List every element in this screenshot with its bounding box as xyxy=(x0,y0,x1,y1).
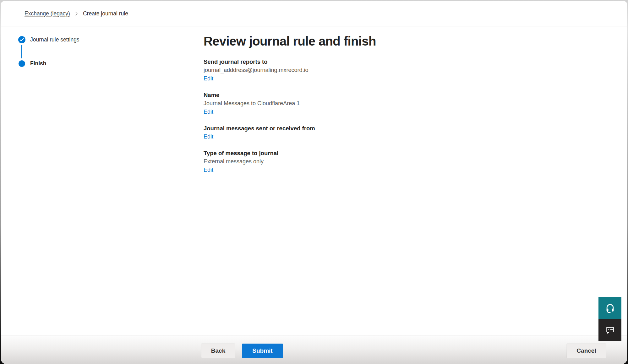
section-label: Type of message to journal xyxy=(204,149,614,157)
headset-icon xyxy=(605,303,615,313)
breadcrumb-current-page: Create journal rule xyxy=(83,10,128,17)
help-support-button[interactable] xyxy=(598,297,621,319)
floating-side-buttons xyxy=(598,297,621,341)
section-value: journal_adddress@journaling.mxrecord.io xyxy=(204,66,614,74)
submit-button[interactable]: Submit xyxy=(242,344,283,358)
create-journal-rule-window: Exchange (legacy) Create journal rule Jo… xyxy=(1,1,627,364)
breadcrumb: Exchange (legacy) Create journal rule xyxy=(1,1,627,26)
step-connector-line xyxy=(21,45,22,58)
section-value: External messages only xyxy=(204,157,614,166)
edit-link[interactable]: Edit xyxy=(204,166,213,174)
review-section-send-reports-to: Send journal reports to journal_adddress… xyxy=(204,57,614,83)
review-section-message-type: Type of message to journal External mess… xyxy=(204,149,614,174)
wizard-step-label: Finish xyxy=(30,60,46,67)
section-label: Name xyxy=(204,91,614,99)
back-button[interactable]: Back xyxy=(201,344,235,358)
page-title: Review journal rule and finish xyxy=(204,34,614,48)
breadcrumb-exchange-legacy-link[interactable]: Exchange (legacy) xyxy=(25,10,70,17)
review-pane: Review journal rule and finish Send jour… xyxy=(181,26,627,335)
wizard-step-finish[interactable]: Finish xyxy=(1,60,181,67)
section-label: Journal messages sent or received from xyxy=(204,124,614,133)
edit-link[interactable]: Edit xyxy=(204,74,213,83)
edit-link[interactable]: Edit xyxy=(204,133,213,141)
review-section-name: Name Journal Messages to CloudflareArea … xyxy=(204,91,614,116)
cancel-button[interactable]: Cancel xyxy=(567,344,606,358)
footer-action-bar: Back Submit Cancel xyxy=(1,335,627,364)
section-label: Send journal reports to xyxy=(204,57,614,66)
wizard-step-journal-rule-settings[interactable]: Journal rule settings xyxy=(1,36,181,43)
review-section-journal-scope: Journal messages sent or received from E… xyxy=(204,124,614,141)
chevron-right-icon xyxy=(74,11,79,16)
section-value: Journal Messages to CloudflareArea 1 xyxy=(204,99,614,108)
wizard-step-label: Journal rule settings xyxy=(30,36,79,43)
feedback-chat-icon xyxy=(605,325,615,335)
feedback-button[interactable] xyxy=(598,319,621,341)
step-completed-check-icon xyxy=(18,36,25,43)
edit-link[interactable]: Edit xyxy=(204,108,213,116)
step-current-dot-icon xyxy=(18,60,25,67)
wizard-steps-panel: Journal rule settings Finish xyxy=(1,26,181,335)
